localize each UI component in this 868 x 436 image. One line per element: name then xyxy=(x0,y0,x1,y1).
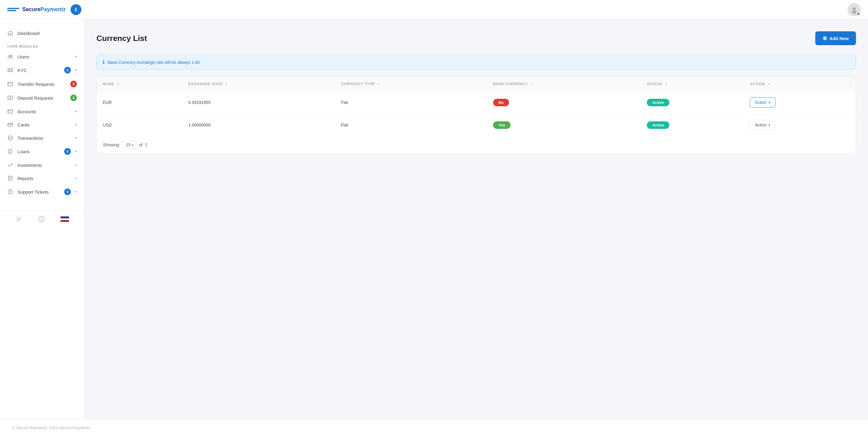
svg-point-3 xyxy=(11,55,12,57)
cell-exchange-rate: 0.93191955 xyxy=(182,91,335,114)
table-row: USD 1.00000000 Fiat Yes Active Action ▾ xyxy=(97,114,856,136)
sidebar-item-dashboard[interactable]: Dashboard xyxy=(0,27,84,40)
back-button[interactable] xyxy=(70,4,82,15)
svg-point-5 xyxy=(9,70,10,71)
info-banner: ℹ Base Currency exchange rate will be al… xyxy=(96,55,856,70)
info-circle-icon: ℹ xyxy=(103,59,104,65)
flag-icon[interactable] xyxy=(61,216,69,224)
chevron-down-icon: ▾ xyxy=(75,149,77,154)
main-content: Currency List ⊕ Add New ℹ Base Currency … xyxy=(84,19,868,419)
cell-name: USD xyxy=(97,114,182,136)
svg-point-1 xyxy=(852,10,857,13)
sidebar-bottom xyxy=(0,211,84,229)
sidebar-item-loans[interactable]: $ Loans 0 ▾ xyxy=(0,144,84,158)
svg-point-0 xyxy=(852,7,856,10)
sidebar-item-transfer-requests[interactable]: Transfer Requests 3 xyxy=(0,77,84,91)
sidebar-item-users[interactable]: Users ▾ xyxy=(0,50,84,63)
avatar-status-dot xyxy=(857,12,860,16)
sort-icon[interactable]: ⇅ xyxy=(530,83,533,86)
settings-icon[interactable] xyxy=(16,216,22,224)
col-header-action: ACTION ⇅ xyxy=(744,77,856,91)
logo-text: SecurePaymentz xyxy=(22,6,66,13)
svg-point-26 xyxy=(10,193,10,193)
sidebar-item-label: KYC xyxy=(18,68,60,73)
transactions-icon xyxy=(7,135,13,141)
sort-icon[interactable]: ⇅ xyxy=(378,83,380,86)
status-badge: Active xyxy=(647,99,670,106)
sidebar-item-transactions[interactable]: Transactions ▾ xyxy=(0,131,84,144)
main-layout: Dashboard CORE MODULES Users ▾ KYC 0 xyxy=(0,19,868,419)
sidebar-item-label: Dashboard xyxy=(18,31,77,36)
sidebar-item-label: Transactions xyxy=(18,135,71,141)
support-icon xyxy=(7,189,13,195)
cell-status: Active xyxy=(641,91,744,114)
avatar-area[interactable] xyxy=(847,3,861,16)
chevron-down-icon: ▾ xyxy=(75,55,77,59)
svg-rect-31 xyxy=(61,216,69,218)
currency-table: NAME ⇅ EXCHANGE RATE ⇅ CURRENCY TYPE ⇅ xyxy=(97,77,856,136)
transfer-badge: 3 xyxy=(70,81,77,87)
chevron-down-icon: ▾ xyxy=(769,101,770,104)
col-header-status: STATUS ⇅ xyxy=(641,77,744,91)
svg-rect-4 xyxy=(8,69,13,72)
sidebar-item-kyc[interactable]: KYC 0 ▾ xyxy=(0,63,84,77)
deposit-badge: 0 xyxy=(70,95,77,101)
col-header-name: NAME ⇅ xyxy=(97,77,182,91)
add-new-button[interactable]: ⊕ Add New xyxy=(815,31,856,45)
sidebar-item-label: Users xyxy=(18,54,71,59)
sidebar-item-accounts[interactable]: Accounts ▾ xyxy=(0,105,84,118)
cell-base-currency: No xyxy=(487,91,641,114)
cell-action: Action ▾ xyxy=(744,114,856,136)
cell-currency-type: Fiat xyxy=(335,114,487,136)
sort-icon[interactable]: ⇅ xyxy=(117,83,120,86)
table-footer: Showing: 15 ▾ of 2 xyxy=(97,136,856,154)
cell-action: Action ▾ xyxy=(744,91,856,114)
sidebar-item-label: Support Tickets xyxy=(18,190,60,195)
svg-point-30 xyxy=(41,218,41,218)
svg-rect-8 xyxy=(8,82,13,86)
home-icon xyxy=(7,30,13,36)
col-header-exchange-rate: EXCHANGE RATE ⇅ xyxy=(182,77,335,91)
users-icon xyxy=(7,54,13,60)
svg-text:$: $ xyxy=(9,150,11,153)
logo-icon xyxy=(7,8,19,11)
sidebar-item-label: Accounts xyxy=(18,109,71,114)
showing-label: Showing: xyxy=(103,142,120,147)
transfer-icon xyxy=(7,81,13,87)
sort-icon[interactable]: ⇅ xyxy=(665,83,667,86)
sort-icon[interactable]: ⇅ xyxy=(225,83,227,86)
chevron-down-icon: ▾ xyxy=(769,123,770,127)
card-icon xyxy=(7,122,13,128)
svg-rect-13 xyxy=(8,110,13,113)
cell-currency-type: Fiat xyxy=(335,91,487,114)
base-currency-badge: Yes xyxy=(493,121,510,129)
of-label: of xyxy=(139,142,143,147)
core-modules-label: CORE MODULES xyxy=(0,40,84,50)
cell-status: Active xyxy=(641,114,744,136)
sort-icon[interactable]: ⇅ xyxy=(768,83,770,86)
currency-table-card: NAME ⇅ EXCHANGE RATE ⇅ CURRENCY TYPE ⇅ xyxy=(96,77,856,154)
action-button[interactable]: Action ▾ xyxy=(750,97,775,107)
action-label: Action xyxy=(755,100,767,105)
sidebar-item-label: Transfer Requests xyxy=(18,81,66,87)
sidebar-item-reports[interactable]: Reports ▾ xyxy=(0,172,84,185)
table-header-row: NAME ⇅ EXCHANGE RATE ⇅ CURRENCY TYPE ⇅ xyxy=(97,77,856,91)
svg-rect-32 xyxy=(61,218,69,220)
col-header-base-currency: BASE CURRENCY ⇅ xyxy=(487,77,641,91)
sidebar: Dashboard CORE MODULES Users ▾ KYC 0 xyxy=(0,19,84,419)
chevron-down-icon: ▾ xyxy=(75,109,77,113)
per-page-select[interactable]: 15 ▾ xyxy=(123,141,137,149)
sidebar-item-deposit-requests[interactable]: Deposit Requests 0 xyxy=(0,91,84,105)
logo-area: SecurePaymentz xyxy=(7,6,66,13)
cell-exchange-rate: 1.00000000 xyxy=(182,114,335,136)
action-button[interactable]: Action ▾ xyxy=(750,120,775,130)
sidebar-item-investments[interactable]: Investments ▾ xyxy=(0,158,84,172)
plus-circle-icon: ⊕ xyxy=(823,35,827,41)
deposit-icon xyxy=(7,95,13,101)
sidebar-item-cards[interactable]: Cards ▾ xyxy=(0,118,84,131)
chevron-down-icon: ▾ xyxy=(75,68,77,72)
action-label: Action xyxy=(755,123,767,127)
top-bar: SecurePaymentz xyxy=(0,0,868,19)
info-icon[interactable] xyxy=(38,216,44,224)
sidebar-item-support-tickets[interactable]: Support Tickets 0 ▾ xyxy=(0,185,84,199)
